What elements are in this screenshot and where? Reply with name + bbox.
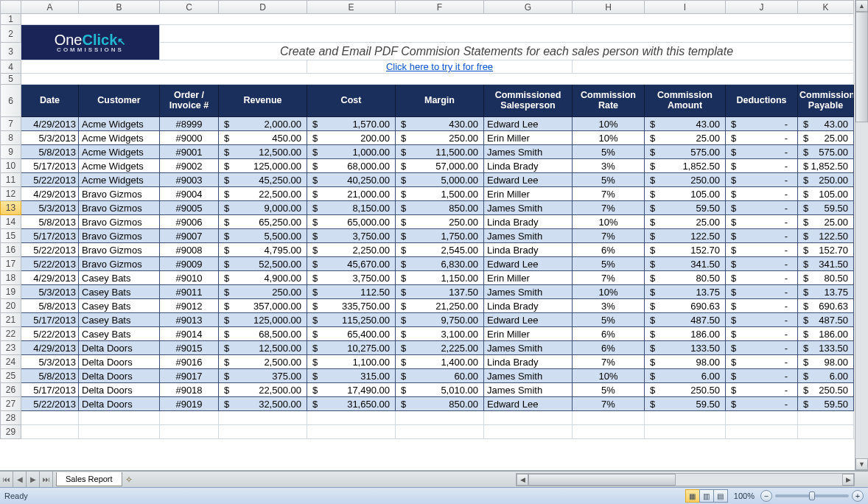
cell-amount[interactable]: $6.00: [645, 369, 726, 383]
cell-revenue[interactable]: $52,500.00: [219, 257, 307, 271]
cell-salesperson[interactable]: Linda Brady: [484, 299, 573, 313]
cell-rate[interactable]: 5%: [573, 313, 645, 327]
cell-revenue[interactable]: $357,000.00: [219, 299, 307, 313]
zoom-in-button[interactable]: +: [852, 490, 864, 502]
cell-order[interactable]: #9006: [160, 215, 219, 229]
row-header[interactable]: 26: [1, 383, 21, 397]
cell-deductions[interactable]: $-: [726, 145, 798, 159]
row-header[interactable]: 11: [1, 173, 21, 187]
cell-order[interactable]: #8999: [160, 117, 219, 131]
cell-revenue[interactable]: $125,000.00: [219, 313, 307, 327]
cell-revenue[interactable]: $68,500.00: [219, 327, 307, 341]
cell-customer[interactable]: Casey Bats: [79, 299, 160, 313]
cell-customer[interactable]: Bravo Gizmos: [79, 201, 160, 215]
zoom-slider-thumb[interactable]: [809, 491, 815, 500]
column-header[interactable]: F: [396, 1, 484, 14]
cell-revenue[interactable]: $12,500.00: [219, 145, 307, 159]
scroll-down-icon[interactable]: ▼: [855, 458, 868, 470]
cell-deductions[interactable]: $-: [726, 285, 798, 299]
cell-date[interactable]: 5/8/2013: [21, 369, 79, 383]
cell-cost[interactable]: $10,275.00: [307, 341, 396, 355]
row-header[interactable]: 13: [1, 201, 21, 215]
row-header[interactable]: 28: [1, 411, 21, 425]
cell-customer[interactable]: Bravo Gizmos: [79, 243, 160, 257]
cell-payable[interactable]: $59.50: [798, 201, 854, 215]
cell-customer[interactable]: Casey Bats: [79, 313, 160, 327]
cell-cost[interactable]: $40,250.00: [307, 173, 396, 187]
cell-order[interactable]: #9007: [160, 229, 219, 243]
cell-rate[interactable]: 10%: [573, 215, 645, 229]
cell-date[interactable]: 5/17/2013: [21, 159, 79, 173]
cell-cost[interactable]: $2,250.00: [307, 243, 396, 257]
cell-revenue[interactable]: $9,000.00: [219, 201, 307, 215]
cell-revenue[interactable]: $22,500.00: [219, 383, 307, 397]
cell-deductions[interactable]: $-: [726, 117, 798, 131]
row-header[interactable]: 21: [1, 313, 21, 327]
row-header[interactable]: 25: [1, 369, 21, 383]
row-header[interactable]: 22: [1, 327, 21, 341]
column-header[interactable]: C: [160, 1, 219, 14]
cell-cost[interactable]: $17,490.00: [307, 383, 396, 397]
cell-customer[interactable]: Casey Bats: [79, 327, 160, 341]
cell-margin[interactable]: $850.00: [396, 201, 484, 215]
hscroll-thumb[interactable]: [528, 474, 676, 486]
vscroll-thumb[interactable]: [855, 12, 868, 122]
cell-revenue[interactable]: $375.00: [219, 369, 307, 383]
zoom-out-button[interactable]: −: [760, 490, 772, 502]
cell-margin[interactable]: $60.00: [396, 369, 484, 383]
cell-salesperson[interactable]: Edward Lee: [484, 117, 573, 131]
row-header[interactable]: 27: [1, 397, 21, 411]
cell-amount[interactable]: $59.50: [645, 397, 726, 411]
cell-customer[interactable]: Bravo Gizmos: [79, 257, 160, 271]
row-header[interactable]: 1: [1, 14, 21, 25]
cell-cost[interactable]: $45,670.00: [307, 257, 396, 271]
cell-payable[interactable]: $98.00: [798, 355, 854, 369]
cell-margin[interactable]: $1,150.00: [396, 271, 484, 285]
cell-margin[interactable]: $430.00: [396, 117, 484, 131]
cell-cost[interactable]: $112.50: [307, 285, 396, 299]
cell-salesperson[interactable]: James Smith: [484, 285, 573, 299]
cell-order[interactable]: #9009: [160, 257, 219, 271]
cell-order[interactable]: #9005: [160, 201, 219, 215]
cell-rate[interactable]: 5%: [573, 173, 645, 187]
cell-rate[interactable]: 7%: [573, 229, 645, 243]
cell-salesperson[interactable]: Edward Lee: [484, 313, 573, 327]
cell-revenue[interactable]: $22,500.00: [219, 187, 307, 201]
view-page-break-icon[interactable]: ▤: [713, 489, 728, 503]
cell-deductions[interactable]: $-: [726, 313, 798, 327]
try-free-link[interactable]: Click here to try it for free: [386, 61, 493, 72]
row-header[interactable]: 5: [1, 74, 21, 85]
cell-payable[interactable]: $25.00: [798, 131, 854, 145]
column-header[interactable]: E: [307, 1, 396, 14]
cell-payable[interactable]: $25.00: [798, 215, 854, 229]
cell-margin[interactable]: $1,750.00: [396, 229, 484, 243]
cell-rate[interactable]: 3%: [573, 159, 645, 173]
cell-cost[interactable]: $1,570.00: [307, 117, 396, 131]
cell-amount[interactable]: $80.50: [645, 271, 726, 285]
cell-order[interactable]: #9010: [160, 271, 219, 285]
cell-amount[interactable]: $133.50: [645, 341, 726, 355]
cell-revenue[interactable]: $2,000.00: [219, 117, 307, 131]
row-header[interactable]: 16: [1, 243, 21, 257]
row-header[interactable]: 8: [1, 131, 21, 145]
cell-amount[interactable]: $1,852.50: [645, 159, 726, 173]
cell-salesperson[interactable]: James Smith: [484, 369, 573, 383]
cell-revenue[interactable]: $250.00: [219, 285, 307, 299]
cell-cost[interactable]: $8,150.00: [307, 201, 396, 215]
cell-salesperson[interactable]: Linda Brady: [484, 355, 573, 369]
cell-revenue[interactable]: $4,795.00: [219, 243, 307, 257]
column-header[interactable]: B: [79, 1, 160, 14]
cell-cost[interactable]: $65,400.00: [307, 327, 396, 341]
cell-order[interactable]: #9016: [160, 355, 219, 369]
cell-cost[interactable]: $21,000.00: [307, 187, 396, 201]
cell-deductions[interactable]: $-: [726, 355, 798, 369]
cell-deductions[interactable]: $-: [726, 201, 798, 215]
cell-customer[interactable]: Delta Doors: [79, 341, 160, 355]
cell-payable[interactable]: $105.00: [798, 187, 854, 201]
cell-cost[interactable]: $1,100.00: [307, 355, 396, 369]
cell-date[interactable]: 5/3/2013: [21, 355, 79, 369]
cell-salesperson[interactable]: James Smith: [484, 145, 573, 159]
sheet-tab[interactable]: Sales Report: [56, 472, 122, 486]
cell-margin[interactable]: $2,225.00: [396, 341, 484, 355]
cell-cost[interactable]: $31,650.00: [307, 397, 396, 411]
